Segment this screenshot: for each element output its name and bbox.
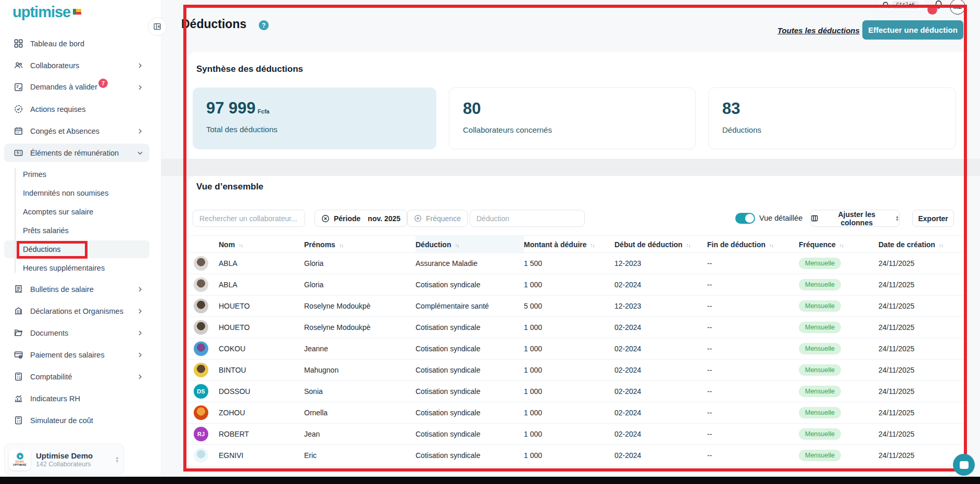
- chevron-right-icon: [137, 62, 144, 69]
- cell-deduction: Cotisation syndicale: [416, 409, 524, 417]
- all-deductions-link[interactable]: Toutes les déductions: [777, 26, 860, 35]
- table-row[interactable]: ZOHOU Ornella Cotisation syndicale 1 000…: [189, 402, 966, 424]
- calendar-icon: [14, 126, 23, 136]
- column-header-date-creation[interactable]: Date de création↑↓: [878, 240, 966, 249]
- help-icon[interactable]: ?: [259, 20, 269, 30]
- sidebar-item-actions-requises[interactable]: Actions requises: [4, 100, 149, 118]
- sidebar-item-bulletins-de-salaire[interactable]: Bulletins de salaire: [4, 280, 149, 298]
- sidebar-item-simulateur-de-cout[interactable]: Simulateur de coût: [4, 411, 149, 429]
- table-row[interactable]: EGNIVI Eric Cotisation syndicale 1 000 0…: [189, 445, 966, 466]
- sidebar-item-prets-salaries[interactable]: Prêts salariés: [4, 222, 149, 239]
- sidebar-item-deductions[interactable]: Déductions: [4, 240, 149, 258]
- sidebar-item-documents[interactable]: Documents: [4, 324, 149, 342]
- detailed-view-label: Vue détaillée: [759, 213, 802, 224]
- sidebar-item-paiement-des-salaires[interactable]: Paiement des salaires: [4, 346, 149, 364]
- sidebar-item-declarations-et-organismes[interactable]: Déclarations et Organismes: [4, 302, 149, 320]
- table-row[interactable]: ABLA Gloria Assurance Maladie 1 500 12-2…: [189, 253, 966, 274]
- cell-prenoms: Gloria: [304, 259, 416, 268]
- payment-card-icon: [14, 350, 23, 360]
- avatar: [194, 363, 208, 377]
- sidebar-item-label: Paiement des salaires: [30, 351, 137, 359]
- cell-nom: ZOHOU: [219, 409, 304, 417]
- create-deduction-button[interactable]: Effectuer une déduction: [862, 20, 963, 40]
- column-header-nom[interactable]: Nom↑↓: [219, 240, 304, 249]
- org-switcher[interactable]: DEMO UPTIMISE Uptimise Demo 142 Collabor…: [4, 443, 124, 475]
- column-header-frequence[interactable]: Fréquence↑↓: [799, 240, 878, 249]
- column-header-deduction[interactable]: Déduction↑↓: [416, 236, 524, 253]
- sidebar-item-heures-supplementaires[interactable]: Heures supplémentaires: [4, 259, 149, 277]
- periode-filter-chip[interactable]: Période nov. 2025: [315, 210, 407, 227]
- pending-count-badge: 7: [98, 79, 108, 88]
- cell-prenoms: Eric: [304, 451, 416, 460]
- chat-widget-button[interactable]: [953, 454, 975, 476]
- brand-logo[interactable]: uptimise: [12, 4, 81, 20]
- deduction-filter-input[interactable]: [470, 210, 585, 227]
- sidebar-item-collaborateurs[interactable]: Collaborateurs: [4, 56, 149, 74]
- sidebar-item-indicateurs-rh[interactable]: Indicateurs RH: [4, 389, 149, 407]
- summary-card-deductions: 83 Déductions: [708, 87, 956, 149]
- sidebar-item-elements-de-remuneration[interactable]: 5 Éléments de rémunération: [4, 144, 149, 162]
- cell-prenoms: Jean: [304, 430, 416, 438]
- column-header-prenoms[interactable]: Prénoms↑↓: [304, 240, 416, 249]
- user-avatar[interactable]: ML: [950, 0, 965, 15]
- add-filter-icon: [414, 214, 422, 222]
- sidebar-item-tableau-de-bord[interactable]: Tableau de bord: [4, 34, 149, 53]
- cell-deduction: Cotisation syndicale: [416, 366, 524, 374]
- sidebar-item-demandes-a-valider[interactable]: Demandes à valider7: [4, 78, 149, 96]
- table-row[interactable]: DS DOSSOU Sonia Cotisation syndicale 1 0…: [189, 381, 966, 402]
- search-collaborator-input[interactable]: [193, 210, 305, 227]
- sidebar-item-acomptes-sur-salaire[interactable]: Acomptes sur salaire: [4, 203, 149, 221]
- collaborators-count-value: 80: [463, 99, 481, 118]
- sidebar-item-label: Actions requises: [30, 105, 144, 113]
- remove-filter-icon[interactable]: [321, 214, 330, 223]
- detailed-view-toggle[interactable]: [735, 213, 755, 224]
- checklist-icon: [14, 82, 23, 92]
- total-deductions-value: 97 999: [206, 99, 256, 118]
- chevron-down-icon: [137, 150, 144, 156]
- deductions-table: Nom↑↓ Prénoms↑↓ Déduction↑↓ Montant à dé…: [189, 235, 966, 466]
- table-row[interactable]: RJ ROBERT Jean Cotisation syndicale 1 00…: [189, 424, 966, 445]
- summary-card-label: Déductions: [722, 125, 956, 134]
- cell-prenoms: Roselyne Modoukpè: [304, 323, 416, 332]
- avatar: [194, 448, 208, 463]
- cell-nom: ABLA: [219, 281, 304, 289]
- sidebar-collapse-button[interactable]: [148, 17, 167, 36]
- sidebar-item-comptabilite[interactable]: Comptabilité: [4, 367, 149, 386]
- global-search[interactable]: Ctrl+K: [878, 0, 926, 11]
- frequence-filter-chip[interactable]: Fréquence: [407, 210, 468, 227]
- sort-icon: ↑↓: [769, 243, 773, 248]
- adjust-columns-button[interactable]: Ajuster les colonnes ▲▼: [810, 210, 900, 227]
- cell-fin: --: [707, 302, 799, 310]
- table-row[interactable]: COKOU Jeanne Cotisation syndicale 1 000 …: [189, 338, 966, 360]
- export-button[interactable]: Exporter: [912, 210, 954, 227]
- sidebar-item-conges-et-absences[interactable]: Congés et Absences: [4, 122, 149, 140]
- notification-badge: [927, 5, 937, 15]
- cell-deduction: Cotisation syndicale: [416, 323, 524, 332]
- cell-prenoms: Gloria: [304, 281, 416, 289]
- cell-deduction: Complémentaire santé: [416, 302, 524, 310]
- calculator-icon: [14, 372, 23, 381]
- chart-icon: [14, 393, 23, 403]
- cell-montant: 1 000: [524, 281, 614, 289]
- cell-debut: 02-2024: [614, 281, 707, 289]
- sort-icon: ↑↓: [238, 243, 243, 248]
- frequence-badge: Mensuelle: [799, 364, 841, 376]
- sidebar-item-label: Documents: [30, 329, 137, 337]
- column-header-montant[interactable]: Montant à déduire↑↓: [524, 240, 614, 249]
- cell-nom: HOUETO: [219, 302, 304, 310]
- column-header-debut[interactable]: Début de déduction↑↓: [614, 240, 707, 249]
- column-header-fin[interactable]: Fin de déduction↑↓: [707, 240, 799, 249]
- sidebar-item-primes[interactable]: Primes: [4, 165, 149, 183]
- table-row[interactable]: BINTOU Mahugnon Cotisation syndicale 1 0…: [189, 360, 966, 381]
- cell-date-creation: 24/11/2025: [878, 451, 966, 460]
- cell-date-creation: 24/11/2025: [878, 387, 966, 396]
- search-icon: [882, 1, 890, 9]
- table-row[interactable]: ABLA Gloria Cotisation syndicale 1 000 0…: [189, 274, 966, 296]
- cell-debut: 02-2024: [614, 387, 707, 396]
- frequence-badge: Mensuelle: [799, 343, 841, 354]
- sidebar-item-indemnites-non-soumises[interactable]: Indemnités non soumises: [4, 184, 149, 202]
- table-row[interactable]: HOUETO Roselyne Modoukpè Cotisation synd…: [189, 317, 966, 338]
- cell-prenoms: Roselyne Modoukpè: [304, 302, 416, 310]
- org-subtitle: 142 Collaborateurs: [36, 461, 93, 468]
- table-row[interactable]: HOUETO Roselyne Modoukpè Complémentaire …: [189, 296, 966, 317]
